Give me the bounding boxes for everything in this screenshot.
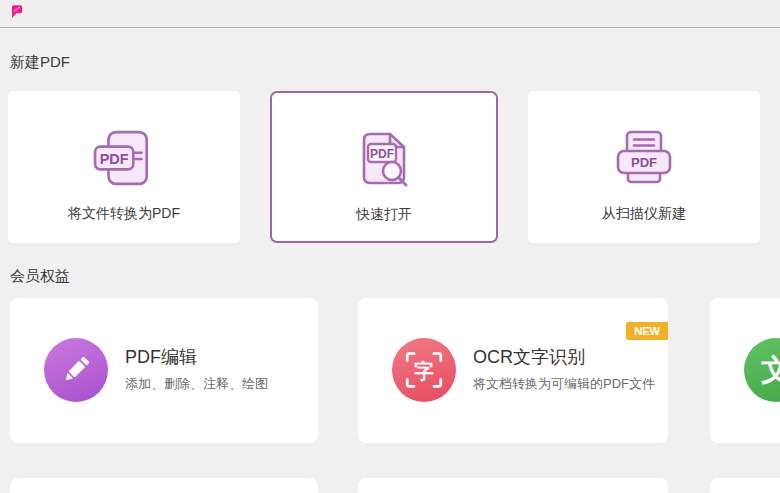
ocr-character: 字 — [414, 360, 434, 382]
pdf-label: PDF — [370, 147, 394, 161]
scanner-pdf-icon: PDF — [614, 129, 674, 187]
translate-character: 文 — [761, 350, 780, 391]
pdf-label: PDF — [100, 151, 129, 167]
benefit-subtitle: 添加、删除、注释、绘图 — [125, 375, 268, 393]
pencil-icon — [56, 350, 96, 390]
card-partial-3[interactable] — [710, 478, 780, 493]
pencil-edit-icon — [44, 338, 108, 402]
benefit-subtitle: 将文档转换为可编辑的PDF文件 — [473, 375, 655, 393]
quick-open-pdf-icon: PDF — [354, 130, 414, 188]
top-bar — [0, 0, 780, 28]
benefit-title: OCR文字识别 — [473, 345, 585, 369]
convert-to-pdf-icon: PDF — [93, 129, 155, 187]
ocr-frame-icon: 字 — [403, 349, 445, 391]
translate-doc-icon: 文 — [744, 338, 780, 402]
section-title-create-pdf: 新建PDF — [10, 53, 70, 72]
card-label: 快速打开 — [356, 206, 412, 224]
ocr-text-icon: 字 — [392, 338, 456, 402]
card-label: 从扫描仪新建 — [602, 205, 686, 223]
card-new-from-scanner[interactable]: PDF 从扫描仪新建 — [528, 91, 760, 243]
app-logo-icon — [9, 4, 25, 20]
card-quick-open[interactable]: PDF 快速打开 — [270, 91, 498, 243]
card-partial-2[interactable] — [358, 478, 668, 493]
card-convert-to-pdf[interactable]: PDF 将文件转换为PDF — [8, 91, 240, 243]
pdf-label: PDF — [631, 155, 657, 170]
section-title-member-benefits: 会员权益 — [10, 267, 70, 286]
card-ocr[interactable]: NEW 字 OCR文字识别 将文档转换为可编辑的PDF文件 — [358, 298, 668, 443]
card-pdf-edit[interactable]: PDF编辑 添加、删除、注释、绘图 — [10, 298, 318, 443]
card-partial-1[interactable] — [10, 478, 318, 493]
benefit-title: PDF编辑 — [125, 345, 197, 369]
card-translate[interactable]: 文 — [710, 298, 780, 443]
new-badge: NEW — [626, 322, 668, 340]
card-label: 将文件转换为PDF — [68, 205, 180, 223]
